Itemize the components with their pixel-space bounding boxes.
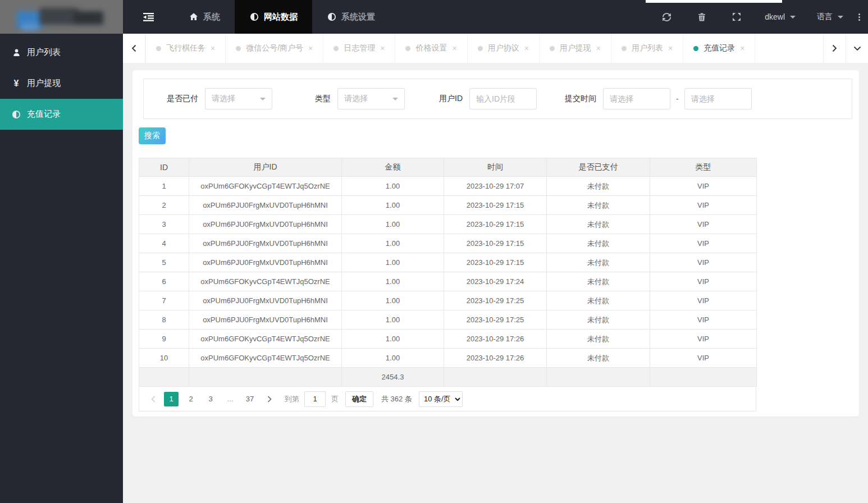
table-header-cell: 时间: [444, 158, 547, 177]
table-cell: VIP: [650, 234, 757, 253]
language-menu[interactable]: 语言: [806, 0, 854, 34]
search-button[interactable]: 搜索: [139, 127, 166, 144]
topnav-item[interactable]: 网站数据: [235, 0, 312, 34]
tab-status-dot: [478, 46, 483, 51]
logo[interactable]: [0, 0, 123, 34]
trash-icon[interactable]: [684, 0, 719, 34]
adjust-icon: [249, 12, 259, 21]
topnav-right: dkewl 语言: [649, 0, 868, 34]
table-cell: 未付款: [547, 310, 650, 330]
table-cell: oxPUm6PJU0FrgMxUVD0TupH6hMNI: [189, 215, 342, 234]
table-cell: 2023-10-29 17:25: [444, 291, 547, 310]
prev-page-button[interactable]: [147, 392, 159, 406]
user-menu[interactable]: dkewl: [754, 0, 806, 34]
topnav-item[interactable]: 系统设置: [312, 0, 390, 34]
tab-status-dot: [156, 46, 161, 51]
chevron-down-icon: [260, 98, 266, 100]
fullscreen-icon[interactable]: [719, 0, 754, 34]
page-ellipsis: ...: [223, 392, 237, 406]
tab-close-icon[interactable]: ×: [211, 44, 215, 53]
table-cell: oxPUm6PJU0FrgMxUVD0TupH6hMNI: [189, 196, 342, 215]
tab-label: 用户列表: [632, 43, 663, 53]
tab-label: 用户提现: [560, 43, 591, 53]
sidebar-item[interactable]: 用户列表: [0, 37, 123, 68]
tab-item[interactable]: 充值记录×: [683, 34, 755, 63]
user-id-input[interactable]: [469, 88, 537, 109]
table-cell: 2023-10-29 17:15: [444, 253, 547, 272]
table-row: 7oxPUm6PJU0FrgMxUVD0TupH6hMNI1.002023-10…: [139, 291, 757, 310]
next-page-button[interactable]: [263, 392, 276, 406]
username: dkewl: [765, 12, 785, 21]
tab-item[interactable]: 用户协议×: [468, 34, 540, 63]
table-cell: 1: [139, 177, 189, 196]
table-cell: 未付款: [547, 234, 650, 253]
tab-item[interactable]: 飞行棋任务×: [145, 34, 226, 63]
content-card: 是否已付 请选择 类型 请选择 用户ID 提交时间 - 搜索 ID用户ID金额: [133, 70, 859, 417]
table-cell: 8: [139, 310, 189, 330]
table-cell: [650, 368, 757, 387]
tab-item[interactable]: 微信公号/商户号×: [226, 34, 323, 63]
tabs-scroll-right-button[interactable]: [823, 34, 846, 63]
topnav-menu: 系统网站数据系统设置: [174, 0, 390, 34]
table-cell: 1.00: [342, 215, 444, 234]
table-cell: 未付款: [547, 349, 650, 368]
page-list: 123...37: [164, 392, 262, 406]
tab-item[interactable]: 价格设置×: [395, 34, 467, 63]
table-cell: 未付款: [547, 253, 650, 272]
table-cell: VIP: [650, 215, 757, 234]
table-header-cell: 金额: [342, 158, 444, 177]
paid-filter-select[interactable]: 请选择: [205, 88, 272, 109]
page-number-button[interactable]: 1: [164, 392, 179, 406]
sidebar-item-label: 充值记录: [27, 109, 61, 120]
tab-label: 日志管理: [344, 43, 375, 53]
sidebar-item[interactable]: ¥用户提现: [0, 68, 123, 99]
page-number-button[interactable]: 37: [243, 392, 257, 406]
table-cell: 7: [139, 291, 189, 310]
goto-page-input[interactable]: [304, 391, 326, 407]
table-cell: oxPUm6PJU0FrgMxUVD0TupH6hMNI: [189, 234, 342, 253]
tab-close-icon[interactable]: ×: [452, 44, 456, 53]
table-cell: oxPUm6GFOKyvCGpT4EWTJq5OzrNE: [189, 177, 342, 196]
table-cell: 1.00: [342, 177, 444, 196]
time-start-input[interactable]: [603, 88, 670, 109]
tab-close-icon[interactable]: ×: [740, 44, 744, 53]
sidebar-toggle-icon[interactable]: [123, 13, 174, 21]
time-end-input[interactable]: [684, 88, 752, 109]
tab-close-icon[interactable]: ×: [668, 44, 673, 53]
table-cell: [547, 368, 650, 387]
page-number-button[interactable]: 2: [184, 392, 198, 406]
page-size-select[interactable]: 10 条/页: [419, 391, 463, 407]
tab-close-icon[interactable]: ×: [380, 44, 385, 53]
tab-close-icon[interactable]: ×: [308, 44, 313, 53]
tab-item[interactable]: 用户提现×: [540, 34, 611, 63]
refresh-icon[interactable]: [649, 0, 684, 34]
table-row: 10oxPUm6GFOKyvCGpT4EWTJq5OzrNE1.002023-1…: [139, 349, 757, 368]
tabs-scroll-left-button[interactable]: [123, 34, 145, 63]
topnav-item-label: 系统设置: [341, 12, 375, 22]
table-cell: VIP: [650, 330, 757, 349]
top-navbar: 系统网站数据系统设置 dkewl 语言: [123, 0, 868, 34]
page-number-button[interactable]: 3: [203, 392, 218, 406]
user-icon: [11, 48, 21, 57]
more-options-icon[interactable]: [854, 13, 868, 21]
tab-close-icon[interactable]: ×: [524, 44, 529, 53]
tab-item[interactable]: 用户列表×: [611, 34, 683, 63]
type-filter-label: 类型: [315, 94, 331, 104]
tabs-dropdown-button[interactable]: [846, 34, 868, 63]
sidebar-item[interactable]: 充值记录: [0, 99, 123, 130]
chevron-down-icon: [838, 16, 843, 19]
paid-filter-label: 是否已付: [167, 94, 198, 104]
table-cell: 1.00: [342, 272, 444, 291]
table-cell: VIP: [650, 177, 757, 196]
type-filter-select[interactable]: 请选择: [337, 88, 405, 109]
confirm-page-button[interactable]: 确定: [345, 391, 373, 407]
table-cell: 1.00: [342, 253, 444, 272]
tab-item[interactable]: 日志管理×: [323, 34, 395, 63]
sidebar-menu: 用户列表¥用户提现充值记录: [0, 34, 123, 130]
tab-close-icon[interactable]: ×: [596, 44, 601, 53]
table-cell: 6: [139, 272, 189, 291]
submit-time-filter-label: 提交时间: [565, 94, 596, 104]
table-cell: 2023-10-29 17:26: [444, 330, 547, 349]
topnav-item[interactable]: 系统: [174, 0, 235, 34]
tab-strip: 飞行棋任务×微信公号/商户号×日志管理×价格设置×用户协议×用户提现×用户列表×…: [145, 34, 823, 63]
